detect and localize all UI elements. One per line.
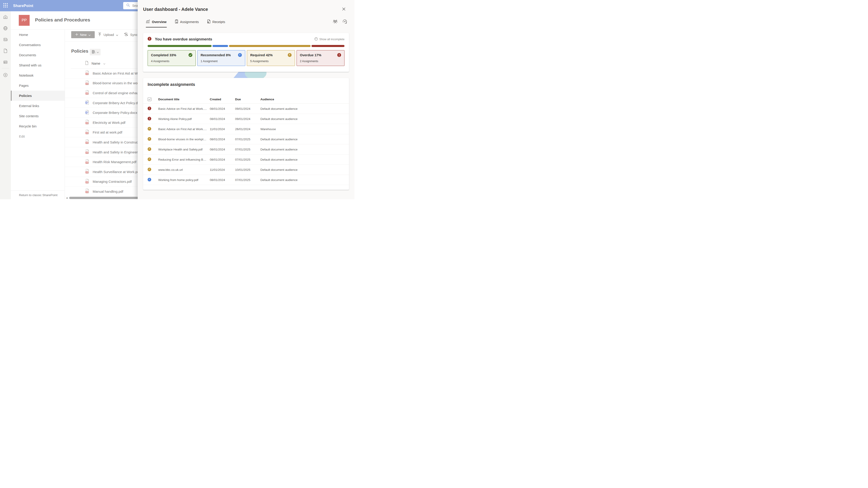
- plus-icon: [75, 33, 78, 37]
- pdf-file-icon: [85, 90, 90, 96]
- assignment-audience: Default document audience: [260, 158, 349, 161]
- sidebar-nav-item[interactable]: External links: [11, 101, 65, 111]
- close-icon: [342, 7, 345, 11]
- table-title: Incomplete assignments: [148, 82, 195, 87]
- assignment-row[interactable]: Blood-borne viruses in the workplac...08…: [143, 134, 349, 144]
- assignment-due: 09/01/2024: [235, 117, 260, 121]
- assignment-title: www.bbc.co.uk.url: [158, 168, 210, 171]
- files-column-header[interactable]: Name: [85, 61, 105, 66]
- panel-tab[interactable]: Receipts: [207, 19, 225, 28]
- sidebar-nav-item[interactable]: Policies: [11, 91, 65, 101]
- sidebar-nav-item[interactable]: Home: [11, 30, 65, 40]
- add-icon[interactable]: [0, 69, 11, 81]
- assignment-row[interactable]: Reducing Error and Influencing Beh...08/…: [143, 155, 349, 165]
- assignment-title: Working Alone Policy.pdf: [158, 117, 210, 121]
- sidebar-nav-item[interactable]: Edit: [11, 131, 65, 141]
- required-status-icon: [148, 158, 151, 162]
- banner-title: You have overdue assignments: [155, 37, 212, 41]
- status-card-count: 4 Assignments: [151, 60, 192, 63]
- site-title: Policies and Procedures: [35, 17, 90, 23]
- pdf-file-icon: [85, 188, 90, 194]
- status-card-label: Required 42%: [250, 53, 273, 57]
- assignment-title: Working from home policy.pdf: [158, 178, 210, 182]
- view-selector-button[interactable]: [90, 49, 101, 55]
- overview-tab-icon: [146, 20, 150, 24]
- sidebar-nav-item[interactable]: Recycle bin: [11, 121, 65, 131]
- dashboard-speed-button[interactable]: [342, 20, 347, 24]
- chevron-down-icon: [97, 51, 99, 54]
- assignments-progress-bar: [148, 45, 344, 47]
- assignment-created: 08/01/2024: [210, 138, 235, 141]
- column-audience[interactable]: Audience: [260, 98, 349, 101]
- column-due[interactable]: Due: [235, 98, 260, 101]
- new-button[interactable]: New: [71, 31, 95, 38]
- status-card[interactable]: Completed 33%4 Assignments: [148, 50, 196, 66]
- scroll-left-arrow[interactable]: ◀: [66, 197, 68, 199]
- assignment-audience: Warehouse: [260, 127, 349, 131]
- status-card-count: 2 Assignments: [300, 60, 341, 63]
- people-view-button[interactable]: [333, 20, 338, 24]
- sidebar-nav-item[interactable]: Pages: [11, 80, 65, 91]
- assignment-due: 26/01/2024: [235, 127, 260, 131]
- upload-button[interactable]: Upload: [98, 31, 118, 38]
- sidebar-nav-item[interactable]: Notebook: [11, 70, 65, 80]
- assignment-audience: Default document audience: [260, 138, 349, 141]
- column-document-title[interactable]: Document title: [158, 98, 210, 101]
- globe-icon[interactable]: [0, 23, 11, 34]
- assignment-row[interactable]: Working from home policy.pdf08/01/202407…: [143, 175, 349, 185]
- sidebar-nav-item[interactable]: Shared with us: [11, 60, 65, 70]
- panel-tab[interactable]: Overview: [146, 19, 167, 28]
- app-launcher-button[interactable]: [0, 0, 11, 11]
- sync-icon: [124, 32, 128, 37]
- status-card[interactable]: Required 42%5 Assignments: [247, 50, 295, 66]
- assignment-due: 07/01/2025: [235, 158, 260, 161]
- sidebar-footer: Return to classic SharePoint: [11, 191, 65, 199]
- select-all-checkbox[interactable]: [148, 97, 158, 101]
- chevron-down-icon: [88, 33, 91, 37]
- recommended-status-icon: [148, 178, 151, 182]
- status-card[interactable]: Overdue 17%2 Assignments: [297, 50, 345, 66]
- assignment-row[interactable]: Basic Advice on First Aid at Work.pdf08/…: [143, 104, 349, 114]
- assignment-title: Workplace Health and Safety.pdf: [158, 148, 210, 151]
- pdf-file-icon: [85, 159, 90, 165]
- show-all-incomplete-link[interactable]: Show all incomplete: [314, 37, 344, 41]
- home-icon[interactable]: [0, 11, 11, 23]
- column-created[interactable]: Created: [210, 98, 235, 101]
- clock-outline-icon: [314, 37, 318, 41]
- sidebar-nav-item[interactable]: Site contents: [11, 111, 65, 121]
- assignments-rows: Basic Advice on First Aid at Work.pdf08/…: [143, 104, 349, 185]
- assignment-row[interactable]: Workplace Health and Safety.pdf08/01/202…: [143, 144, 349, 155]
- panel-title: User dashboard - Adele Vance: [143, 7, 208, 12]
- list-title: Policies: [71, 48, 88, 54]
- sidebar-nav-item[interactable]: Conversations: [11, 40, 65, 50]
- status-card[interactable]: Recommended 8%1 Assignment: [197, 50, 246, 66]
- upload-icon: [98, 33, 101, 37]
- assignment-row[interactable]: Working Alone Policy.pdf08/01/202409/01/…: [143, 114, 349, 124]
- waffle-icon: [3, 3, 8, 8]
- pdf-file-icon: [85, 169, 90, 175]
- close-button[interactable]: [341, 7, 346, 12]
- site-logo[interactable]: PP: [19, 15, 30, 26]
- pdf-file-icon: [85, 120, 90, 125]
- svg-text:W: W: [86, 102, 87, 103]
- assignment-due: 10/01/2025: [235, 168, 260, 171]
- assignment-audience: Default document audience: [260, 178, 349, 182]
- status-card-label: Completed 33%: [151, 53, 176, 57]
- required-status-icon: [148, 168, 151, 172]
- list-icon[interactable]: [0, 57, 11, 68]
- news-icon[interactable]: [0, 34, 11, 45]
- assignment-row[interactable]: Basic Advice on First Aid at Work.pdf11/…: [143, 124, 349, 134]
- assignment-created: 11/01/2024: [210, 127, 235, 131]
- sidebar-nav-item[interactable]: Documents: [11, 50, 65, 60]
- status-card-label: Overdue 17%: [300, 53, 321, 57]
- overdue-banner-card: You have overdue assignments Show all in…: [143, 33, 349, 72]
- document-icon[interactable]: [0, 45, 11, 57]
- return-classic-link[interactable]: Return to classic SharePoint: [19, 193, 57, 197]
- required-status-icon: [148, 137, 151, 141]
- panel-tab[interactable]: Assignments: [175, 19, 199, 28]
- assignment-due: 07/01/2025: [235, 148, 260, 151]
- overdue-status-icon: [148, 107, 151, 111]
- assignment-row[interactable]: www.bbc.co.uk.url11/01/202410/01/2025Def…: [143, 165, 349, 175]
- sync-button[interactable]: Sync: [124, 31, 137, 38]
- pdf-file-icon: [85, 129, 90, 135]
